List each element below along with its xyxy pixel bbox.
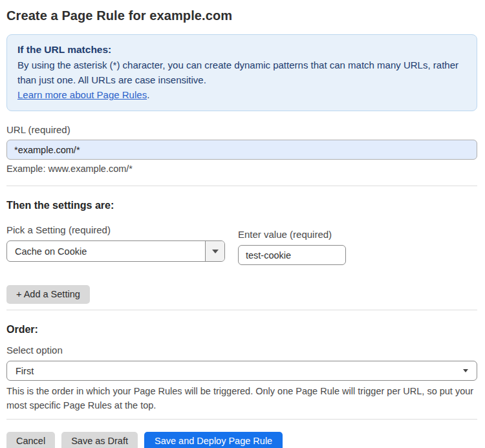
url-field-label: URL (required) <box>6 124 477 135</box>
settings-heading: Then the settings are: <box>6 200 477 211</box>
page-title: Create a Page Rule for example.com <box>6 8 477 23</box>
add-setting-button[interactable]: + Add a Setting <box>6 285 90 304</box>
save-and-deploy-button[interactable]: Save and Deploy Page Rule <box>144 432 283 448</box>
setting-dropdown-value: Cache on Cookie <box>7 241 205 261</box>
info-box-link-line: Learn more about Page Rules. <box>17 87 466 102</box>
order-help-text: This is the order in which your Page Rul… <box>6 384 477 412</box>
setting-dropdown-arrow-button[interactable] <box>205 241 224 261</box>
actions-row: Cancel Save as Draft Save and Deploy Pag… <box>6 432 477 448</box>
divider <box>6 310 477 310</box>
cancel-button[interactable]: Cancel <box>6 432 55 448</box>
divider <box>6 186 477 186</box>
url-matches-info-box: If the URL matches: By using the asteris… <box>6 34 477 111</box>
order-select-label: Select option <box>6 345 477 356</box>
setting-value-label: Enter value (required) <box>238 229 346 240</box>
info-box-body: By using the asterisk (*) character, you… <box>17 58 466 87</box>
settings-row: Pick a Setting (required) Cache on Cooki… <box>6 211 477 265</box>
setting-dropdown[interactable]: Cache on Cookie <box>6 240 225 262</box>
save-as-draft-button[interactable]: Save as Draft <box>61 432 138 448</box>
caret-down-icon <box>463 369 468 372</box>
order-select[interactable]: First <box>6 361 477 381</box>
setting-picker-column: Pick a Setting (required) Cache on Cooki… <box>6 211 225 265</box>
url-input[interactable] <box>6 140 477 160</box>
divider <box>6 419 477 420</box>
learn-more-link[interactable]: Learn more about Page Rules <box>17 89 147 100</box>
setting-picker-label: Pick a Setting (required) <box>6 224 225 235</box>
order-heading: Order: <box>6 324 477 336</box>
setting-value-input[interactable] <box>238 245 346 265</box>
order-select-value: First <box>16 366 463 376</box>
caret-down-icon <box>212 250 219 253</box>
url-example-text: Example: www.example.com/* <box>6 164 477 174</box>
setting-value-column: Enter value (required) <box>238 216 346 265</box>
info-box-heading: If the URL matches: <box>17 42 466 57</box>
link-suffix: . <box>147 89 149 100</box>
